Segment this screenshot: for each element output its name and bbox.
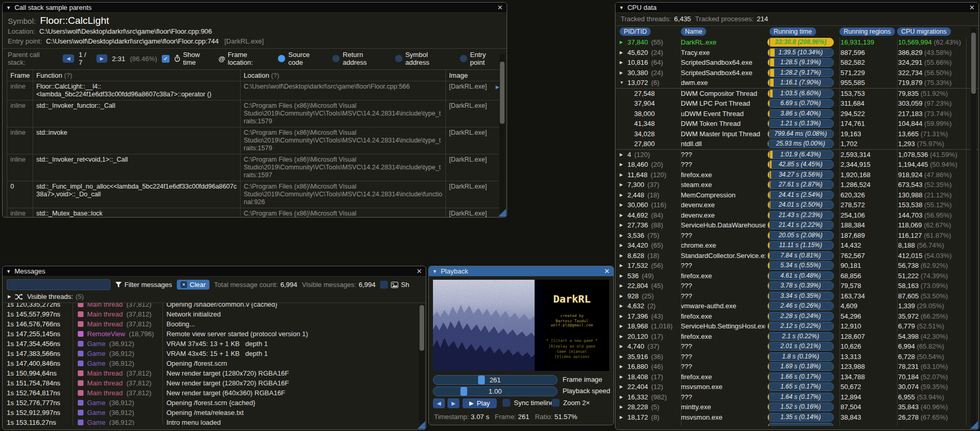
column-header-cpu-migrations[interactable]: CPU migrations (897, 27, 951, 36)
show-images-checkbox[interactable] (380, 281, 388, 289)
expand-arrow-icon[interactable]: ▶ (620, 40, 624, 45)
filter-input[interactable] (7, 279, 110, 290)
messages-scrollbar-handle[interactable] (419, 305, 424, 351)
messages-list[interactable]: 1s 120,335,272nsMain thread(37,812)Openi… (3, 303, 426, 425)
resize-grip[interactable] (970, 421, 978, 429)
expand-arrow-icon[interactable]: ▶ (620, 384, 624, 389)
expand-arrow-icon[interactable]: ▶ (620, 395, 624, 399)
frame-location-option[interactable]: Symbol address (395, 51, 453, 66)
expand-arrow-icon[interactable]: ▶ (620, 274, 624, 278)
expand-arrow-icon[interactable]: ▼ (620, 80, 624, 85)
expand-arrow-icon[interactable]: ▶ (620, 203, 624, 207)
cpu-row[interactable]: 37,904DWM LPC Port Thread6.69 s (0.70%)3… (615, 98, 978, 109)
callstack-titlebar[interactable]: ▼ Call stack sample parents ✕ (3, 3, 507, 13)
location-hint[interactable]: (?) (271, 71, 279, 79)
messages-titlebar[interactable]: ▼ Messages ✕ (3, 266, 426, 277)
col-location[interactable]: Location (?) (241, 70, 446, 81)
cpu-row[interactable]: ▶22,804(45)???3.78 s (0.39%)79,57858,163… (615, 281, 978, 291)
playback-titlebar[interactable]: ▼ Playback ✕ (429, 266, 613, 277)
cpu-titlebar[interactable]: ▼ CPU data ✕ (615, 3, 978, 13)
expand-arrow-icon[interactable]: ▶ (620, 243, 624, 248)
callstack-scrollbar-handle[interactable] (500, 62, 505, 124)
radio-icon[interactable] (460, 55, 467, 62)
cpu-row[interactable]: ▶22,404(12)msvsmon.exe1.65 s (0.17%)50,6… (615, 382, 978, 392)
cpu-row[interactable]: ▶35,916(36)???1.8 s (0.19%)13,3136,728 (… (615, 352, 978, 362)
expand-arrow-icon[interactable]: ▶ (620, 70, 624, 75)
expand-arrow-icon[interactable]: ▶ (620, 324, 624, 328)
cpu-row[interactable]: ▶928(25)???3.34 s (0.35%)163,73487,605 (… (615, 291, 978, 301)
col-image[interactable]: Image (446, 70, 502, 81)
expand-arrow-icon[interactable]: ▶ (620, 314, 624, 319)
cpu-row[interactable]: ▶536(49)firefox.exe4.61 s (0.48%)68,8565… (615, 271, 978, 281)
cpu-row[interactable]: ▶30,380(24)ScriptedSandbox64.exe1:28.2 (… (615, 68, 978, 78)
cpu-row[interactable]: ▶34,420(65)chrome.exe11.11 s (1.15%)14,4… (615, 240, 978, 251)
cpu-row[interactable]: ▶28,228(5)mintty.exe1.52 s (0.16%)87,504… (615, 402, 978, 412)
expand-arrow-icon[interactable]: ▶ (620, 354, 624, 359)
cpu-row[interactable]: ▶18,408(17)firefox.exe1.66 s (0.17%)134,… (615, 372, 978, 382)
frame-image-slider[interactable]: 261 (433, 375, 557, 385)
cpu-row[interactable]: ▶4,632(2)vmware-authd.exe2.46 s (0.26%)4… (615, 301, 978, 311)
close-icon[interactable]: ✕ (604, 268, 610, 275)
cpu-row[interactable]: 34,028DWM Master Input Thread799.64 ms (… (615, 129, 978, 139)
cpu-row[interactable]: ▶18,460(20)???42.85 s (4.45%)2,344,9151,… (615, 160, 978, 170)
cpu-row[interactable]: ▶11,648(120)firefox.exe34.27 s (3.56%)1,… (615, 170, 978, 180)
cpu-row[interactable]: ▶4,740(37)???2.01 s (0.21%)10,6266,994 (… (615, 341, 978, 352)
cpu-row[interactable]: ▶10,816(64)ScriptedSandbox64.exe1:28.5 (… (615, 58, 978, 68)
expand-arrow-icon[interactable]: ▶ (620, 405, 624, 409)
expand-arrow-icon[interactable]: ▶ (620, 334, 624, 339)
cpu-row[interactable]: ▶8,628(18)StandardCollector.Service.exe7… (615, 251, 978, 261)
cpu-row[interactable]: ▶30,060(116)devenv.exe24.01 s (2.50%)278… (615, 200, 978, 210)
play-button[interactable]: ▶Play (463, 398, 497, 408)
expand-arrow-icon[interactable]: ▶ (620, 182, 624, 187)
expand-arrow-icon[interactable]: ▶ (620, 50, 624, 55)
jump-to-source-icon[interactable]: ▶ (496, 83, 499, 91)
expand-arrow-icon[interactable]: ▶ (620, 415, 624, 420)
sync-timeline-checkbox[interactable] (502, 399, 510, 407)
expand-arrow-icon[interactable]: ▶ (620, 253, 624, 258)
cpu-row[interactable]: ▶7,300(37)steam.exe27.61 s (2.87%)1,286,… (615, 180, 978, 190)
frame-location-option[interactable]: Source code (278, 51, 325, 66)
clear-button[interactable]: ✕Clear (177, 280, 209, 290)
collapse-icon[interactable]: ▼ (6, 5, 11, 10)
collapse-icon[interactable]: ▼ (6, 269, 11, 274)
next-callstack-button[interactable]: ▶ (96, 54, 108, 63)
playback-speed-slider[interactable]: 1.00 (433, 386, 557, 396)
expand-arrow-icon[interactable]: ▶ (620, 223, 624, 227)
cpu-row[interactable]: ▶2,448(18)MemCompression24.41 s (2.54%)6… (615, 190, 978, 200)
column-header-name[interactable]: Name (681, 27, 706, 36)
cpu-row[interactable]: ▶45,620(24)Tracy.exe1:39.5 (10.34%)887,5… (615, 48, 978, 58)
radio-icon[interactable] (395, 55, 402, 62)
callstack-scrollbar[interactable] (499, 54, 505, 213)
cpu-row[interactable] (615, 422, 978, 426)
resize-grip[interactable] (417, 421, 425, 429)
expand-arrow-icon[interactable]: ▶ (620, 233, 624, 238)
col-frame[interactable]: Frame (7, 70, 33, 81)
column-header-running-time[interactable]: Running time (769, 27, 816, 36)
cpu-scrollbar-handle[interactable] (971, 33, 976, 94)
close-icon[interactable]: ✕ (969, 4, 975, 11)
cpu-row[interactable]: ▶3,536(75)???20.05 s (2.08%)187,689116,1… (615, 231, 978, 241)
expand-arrow-icon[interactable]: ▶ (620, 364, 624, 369)
zoom-2x-checkbox[interactable] (552, 399, 559, 407)
show-time-checkbox[interactable]: ✓ (162, 55, 170, 63)
expand-arrow-icon[interactable]: ▶ (620, 283, 624, 288)
cpu-row[interactable]: ▶18,172(8)msvsmon.exe1.35 s (0.14%)38,84… (615, 412, 978, 423)
cpu-row[interactable]: ▼13,072(6)dwm.exe1:16.1 (7.90%)955,58571… (615, 78, 978, 88)
expand-threads-icon[interactable]: ▶ (8, 294, 11, 299)
function-hint[interactable]: (?) (64, 71, 73, 79)
radio-icon[interactable] (278, 55, 285, 62)
cpu-row[interactable]: 38,000uDWM Event Thread3.86 s (0.40%)294… (615, 109, 978, 119)
frame-location-option[interactable]: Entry point (460, 51, 501, 66)
close-icon[interactable]: ✕ (497, 4, 503, 11)
expand-arrow-icon[interactable]: ▶ (620, 193, 624, 197)
col-function[interactable]: Function (?) (33, 70, 241, 81)
column-header-running-regions[interactable]: Running regions (839, 27, 895, 36)
cpu-row[interactable]: ▶4(120)???1:01.9 (6.43%)2,593,3141,078,5… (615, 150, 978, 160)
expand-arrow-icon[interactable]: ▶ (620, 162, 624, 167)
expand-arrow-icon[interactable]: ▶ (620, 375, 624, 379)
cpu-row[interactable]: ▶16,332(982)???1.64 s (0.17%)12,8946,955… (615, 392, 978, 403)
cpu-row[interactable]: ▶20,120(17)firefox.exe2.1 s (0.22%)128,6… (615, 332, 978, 342)
step-back-button[interactable]: ◀ (433, 398, 445, 408)
collapse-icon[interactable]: ▼ (432, 269, 437, 274)
step-forward-button[interactable]: ▶ (447, 398, 459, 408)
